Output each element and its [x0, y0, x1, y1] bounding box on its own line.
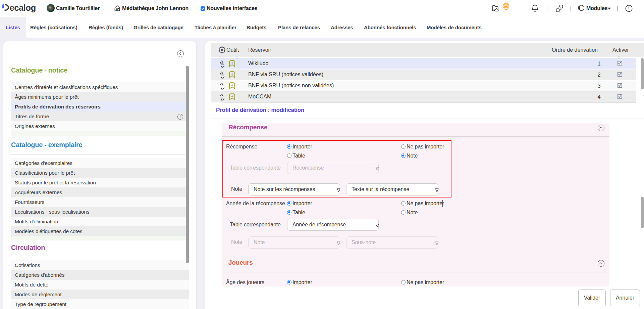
svg-text:ecalog: ecalog: [10, 3, 36, 12]
